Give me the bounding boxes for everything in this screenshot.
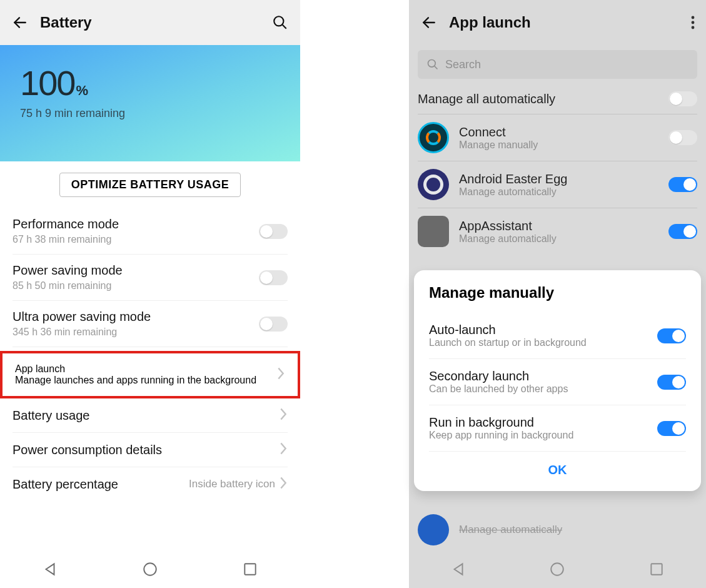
battery-percentage-item[interactable]: Battery percentage Inside battery icon (13, 467, 288, 501)
battery-usage-item[interactable]: Battery usage (13, 398, 288, 433)
svg-marker-12 (455, 564, 463, 574)
app-subtitle: Manage automatically (459, 233, 668, 245)
app-name: Android Easter Egg (459, 172, 668, 186)
ultra-saving-item[interactable]: Ultra power saving mode 345 h 36 min rem… (13, 301, 288, 347)
nav-recent-icon[interactable] (242, 561, 258, 577)
svg-line-2 (283, 25, 286, 29)
ok-button[interactable]: OK (429, 452, 686, 484)
app-name: AppAssistant (459, 219, 668, 233)
ghost-subtitle: Manage automatically (459, 524, 562, 536)
svg-point-10 (428, 60, 436, 68)
battery-remaining: 75 h 9 min remaining (20, 107, 280, 120)
chevron-right-icon (279, 442, 288, 458)
battery-hero[interactable]: 100% 75 h 9 min remaining (0, 45, 300, 161)
item-subtitle: 345 h 36 min remaining (13, 327, 259, 338)
nav-bar (409, 550, 706, 588)
item-title: Power consumption details (13, 443, 279, 457)
chevron-right-icon (279, 407, 288, 423)
app-egg-item[interactable]: Android Easter Egg Manage automatically (418, 161, 697, 208)
background-toggle[interactable] (657, 421, 686, 436)
item-value: Inside battery icon (189, 478, 275, 490)
page-title: App launch (449, 14, 531, 31)
auto-launch-toggle[interactable] (657, 328, 686, 343)
page-title: Battery (40, 14, 92, 31)
item-subtitle: Launch on startup or in background (429, 337, 657, 348)
optimize-button[interactable]: OPTIMIZE BATTERY USAGE (59, 173, 241, 197)
ghost-app-icon (418, 514, 449, 545)
app-launch-screen: App launch Search Manage all automatical… (409, 0, 706, 588)
svg-marker-3 (46, 564, 54, 574)
secondary-launch-item[interactable]: Secondary launch Can be launched by othe… (429, 359, 686, 405)
egg-toggle[interactable] (668, 177, 697, 192)
connect-app-icon (418, 122, 449, 153)
background-app-row: Manage automatically (418, 509, 697, 550)
svg-point-13 (552, 563, 564, 575)
app-subtitle: Manage automatically (459, 186, 668, 198)
assist-toggle[interactable] (668, 224, 697, 239)
svg-point-7 (692, 16, 695, 19)
item-title: App launch (15, 363, 276, 375)
more-icon[interactable] (691, 15, 695, 30)
performance-mode-item[interactable]: Performance mode 67 h 38 min remaining (13, 208, 288, 255)
nav-back-icon[interactable] (42, 561, 58, 577)
search-icon (426, 58, 439, 71)
item-title: Manage all automatically (418, 92, 668, 106)
svg-rect-5 (245, 564, 255, 574)
svg-rect-14 (651, 564, 662, 574)
search-placeholder: Search (445, 58, 481, 71)
item-title: Performance mode (13, 217, 259, 231)
ultra-toggle[interactable] (259, 317, 288, 332)
back-icon[interactable] (420, 14, 438, 31)
chevron-right-icon (276, 367, 285, 383)
item-title: Battery percentage (13, 477, 189, 492)
app-assistant-item[interactable]: AppAssistant Manage automatically (418, 208, 697, 255)
svg-line-11 (435, 66, 438, 69)
item-title: Battery usage (13, 408, 279, 423)
svg-point-4 (144, 563, 156, 575)
app-launch-item[interactable]: App launch Manage launches and apps runn… (0, 351, 300, 398)
power-consumption-item[interactable]: Power consumption details (13, 433, 288, 467)
percent-symbol: % (76, 83, 88, 98)
nav-home-icon[interactable] (142, 561, 158, 577)
search-input[interactable]: Search (418, 50, 697, 79)
item-subtitle: Can be launched by other apps (429, 383, 657, 395)
nav-back-icon[interactable] (450, 561, 466, 577)
nav-bar (0, 550, 300, 588)
manage-all-toggle[interactable] (668, 91, 697, 106)
svg-point-9 (692, 26, 695, 29)
power-saving-item[interactable]: Power saving mode 85 h 50 min remaining (13, 255, 288, 301)
appassistant-app-icon (418, 216, 449, 247)
nav-recent-icon[interactable] (648, 561, 665, 577)
battery-level: 100 (20, 63, 74, 103)
item-title: Run in background (429, 415, 657, 430)
app-name: Connect (459, 125, 668, 139)
connect-toggle[interactable] (668, 130, 697, 145)
item-title: Ultra power saving mode (13, 310, 259, 324)
battery-settings-screen: Battery 100% 75 h 9 min remaining OPTIMI… (0, 0, 300, 588)
auto-launch-item[interactable]: Auto-launch Launch on startup or in back… (429, 313, 686, 359)
header-bar: Battery (0, 0, 300, 45)
item-subtitle: 85 h 50 min remaining (13, 280, 259, 291)
app-connect-item[interactable]: Connect Manage manually (418, 114, 697, 161)
svg-point-1 (274, 16, 283, 26)
dialog-title: Manage manually (429, 284, 686, 302)
item-subtitle: Keep app running in background (429, 430, 657, 441)
manage-manually-dialog: Manage manually Auto-launch Launch on st… (414, 270, 701, 491)
nav-home-icon[interactable] (549, 561, 565, 577)
secondary-launch-toggle[interactable] (657, 375, 686, 390)
item-title: Power saving mode (13, 263, 259, 278)
item-title: Secondary launch (429, 369, 657, 383)
run-background-item[interactable]: Run in background Keep app running in ba… (429, 405, 686, 452)
performance-toggle[interactable] (259, 224, 288, 239)
item-subtitle: 67 h 38 min remaining (13, 234, 259, 245)
item-subtitle: Manage launches and apps running in the … (15, 375, 276, 386)
header-bar: App launch (409, 0, 706, 45)
item-title: Auto-launch (429, 323, 657, 337)
easter-egg-app-icon (418, 169, 449, 200)
search-icon[interactable] (271, 14, 289, 31)
svg-point-8 (692, 21, 695, 24)
back-icon[interactable] (11, 14, 29, 31)
power-saving-toggle[interactable] (259, 270, 288, 285)
app-subtitle: Manage manually (459, 139, 668, 151)
manage-all-item[interactable]: Manage all automatically (418, 84, 697, 114)
